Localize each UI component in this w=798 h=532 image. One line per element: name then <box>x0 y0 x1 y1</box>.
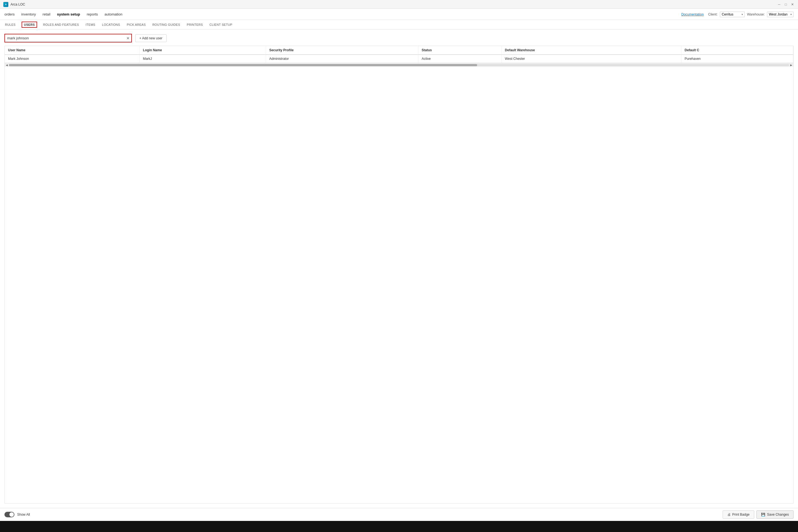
nav-automation[interactable]: automation <box>104 11 122 17</box>
black-bar <box>0 521 798 532</box>
content-area: ✕ + Add new user User Name Login Name Se… <box>0 30 798 508</box>
scrollbar-track <box>9 64 789 66</box>
print-badge-label: Print Badge <box>732 513 750 516</box>
client-section: Client: Cerritus Warehouse: West Jordan <box>708 12 794 17</box>
save-changes-label: Save Changes <box>767 513 789 516</box>
sub-nav: RULES USERS ROLES AND FEATURES ITEMS LOC… <box>0 20 798 30</box>
warehouse-select-wrapper: West Jordan <box>767 12 794 17</box>
scroll-left-arrow[interactable]: ◀ <box>6 64 8 66</box>
table-cell: Active <box>418 55 501 63</box>
main-content: ✕ + Add new user User Name Login Name Se… <box>0 30 798 521</box>
add-user-button[interactable]: + Add new user <box>135 34 167 42</box>
restore-button[interactable]: □ <box>784 2 788 7</box>
subnav-locations[interactable]: LOCATIONS <box>101 21 120 28</box>
show-all-toggle[interactable] <box>4 512 14 517</box>
table-header-row: User Name Login Name Security Profile St… <box>5 46 793 55</box>
col-default-c: Default C <box>681 46 793 55</box>
col-user-name: User Name <box>5 46 139 55</box>
minimize-button[interactable]: ─ <box>777 2 781 7</box>
subnav-routing-guides[interactable]: ROUTING GUIDES <box>152 21 180 28</box>
horizontal-scrollbar[interactable]: ◀ ▶ <box>5 63 793 67</box>
table-cell: Mark Johnson <box>5 55 139 63</box>
title-bar-controls: ─ □ ✕ <box>777 2 795 7</box>
table-row[interactable]: Mark JohnsonMarkJAdministratorActiveWest… <box>5 55 793 63</box>
warehouse-select[interactable]: West Jordan <box>767 12 794 17</box>
table-cell: Administrator <box>266 55 418 63</box>
search-wrapper: ✕ <box>4 34 132 42</box>
show-all-label: Show All <box>17 513 30 516</box>
client-select-wrapper: Cerritus <box>720 12 745 17</box>
nav-right: Documentation Client: Cerritus Warehouse… <box>681 12 794 17</box>
warehouse-label: Warehouse: <box>747 13 765 16</box>
users-table-container: User Name Login Name Security Profile St… <box>4 46 794 504</box>
search-row: ✕ + Add new user <box>4 34 794 42</box>
save-changes-button[interactable]: 💾 Save Changes <box>757 510 794 519</box>
search-input[interactable] <box>4 34 132 42</box>
subnav-client-setup[interactable]: CLIENT SETUP <box>209 21 233 28</box>
title-bar: A Arca LOC ─ □ ✕ <box>0 0 798 9</box>
col-status: Status <box>418 46 501 55</box>
app-title: Arca LOC <box>11 2 25 6</box>
nav-links: orders inventory retail system setup rep… <box>4 11 122 17</box>
nav-system-setup[interactable]: system setup <box>57 11 80 17</box>
print-badge-button[interactable]: 🖨 Print Badge <box>723 510 755 519</box>
col-default-warehouse: Default Warehouse <box>501 46 681 55</box>
top-nav: orders inventory retail system setup rep… <box>0 9 798 20</box>
title-bar-left: A Arca LOC <box>3 2 25 7</box>
save-icon: 💾 <box>761 513 765 516</box>
client-select[interactable]: Cerritus <box>720 12 745 17</box>
subnav-printers[interactable]: PRINTERS <box>186 21 203 28</box>
table-cell: Purehaven <box>681 55 793 63</box>
col-security-profile: Security Profile <box>266 46 418 55</box>
app-icon: A <box>3 2 8 7</box>
bottom-buttons: 🖨 Print Badge 💾 Save Changes <box>723 510 794 519</box>
bottom-bar: Show All 🖨 Print Badge 💾 Save Changes <box>0 508 798 521</box>
client-label: Client: <box>708 13 718 16</box>
documentation-link[interactable]: Documentation <box>681 13 704 16</box>
nav-reports[interactable]: reports <box>87 11 98 17</box>
subnav-pick-areas[interactable]: PICK AREAS <box>126 21 146 28</box>
subnav-rules[interactable]: RULES <box>4 21 16 28</box>
print-icon: 🖨 <box>727 513 731 516</box>
subnav-users[interactable]: USERS <box>22 22 37 28</box>
scrollbar-thumb[interactable] <box>9 64 477 66</box>
table-cell: West Chester <box>501 55 681 63</box>
nav-inventory[interactable]: inventory <box>21 11 36 17</box>
nav-retail[interactable]: retail <box>43 11 51 17</box>
subnav-items[interactable]: ITEMS <box>85 21 96 28</box>
table-cell: MarkJ <box>139 55 266 63</box>
close-button[interactable]: ✕ <box>790 2 795 7</box>
scroll-right-arrow[interactable]: ▶ <box>790 64 792 66</box>
search-clear-icon[interactable]: ✕ <box>126 36 130 40</box>
show-all-section: Show All <box>4 512 30 517</box>
col-login-name: Login Name <box>139 46 266 55</box>
subnav-roles-features[interactable]: ROLES AND FEATURES <box>43 21 79 28</box>
nav-orders[interactable]: orders <box>4 11 15 17</box>
users-table: User Name Login Name Security Profile St… <box>5 46 793 63</box>
